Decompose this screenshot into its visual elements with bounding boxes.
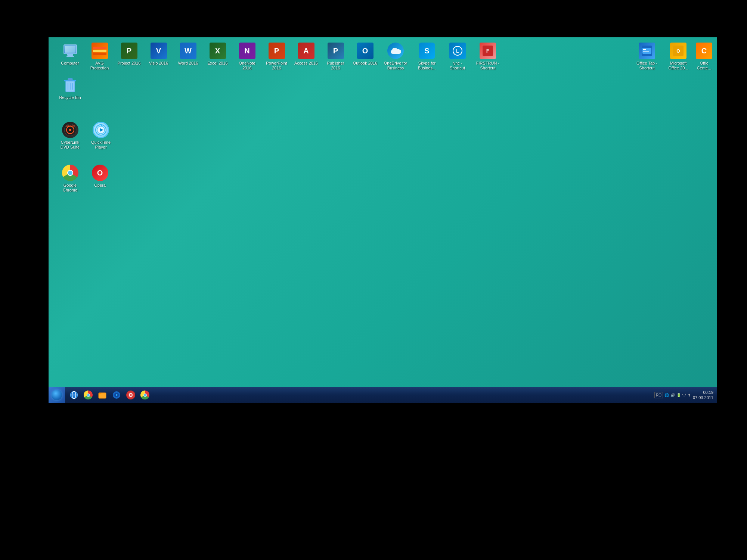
officecenter-label: Offic Cente...: [696, 61, 712, 71]
svg-rect-6: [643, 49, 646, 50]
taskbar-chrome-center: [87, 393, 90, 397]
tray-volume-icon[interactable]: 🔊: [670, 393, 675, 397]
avg-label: AVG Protection: [87, 61, 112, 71]
svg-text:O: O: [676, 49, 680, 54]
skype-icon-shape: S: [419, 43, 435, 59]
icon-outlook2016[interactable]: O Outlook 2016: [351, 40, 379, 72]
opera-label: Opera: [94, 183, 106, 188]
icon-onenote2016[interactable]: N OneNote 2016: [233, 40, 261, 72]
monitor-screen: [65, 46, 75, 53]
lync-svg: L: [452, 46, 463, 56]
icon-access2016[interactable]: A Access 2016: [292, 40, 320, 72]
icon-cyberlink[interactable]: CyberLink CyberLink DVD Suite: [56, 119, 84, 151]
onenote-label: OneNote 2016: [235, 61, 260, 71]
publisher-icon-img: P: [327, 42, 345, 60]
svg-text:F: F: [486, 48, 490, 54]
icon-visio2016[interactable]: V Visio 2016: [145, 40, 173, 72]
taskbar-opera-icon[interactable]: O: [124, 388, 137, 402]
icon-lync[interactable]: L lync - Shortcut: [443, 40, 471, 72]
avg-bars: [92, 43, 108, 59]
icon-publisher2016[interactable]: P Publisher 2016: [322, 40, 350, 72]
start-button[interactable]: [49, 387, 65, 403]
icon-avg[interactable]: AVG Protection: [86, 40, 114, 72]
officetab-label: Office Tab - Shortcut: [633, 61, 660, 71]
firstrun-svg: F: [483, 46, 493, 56]
cyberlink-svg: CyberLink: [63, 123, 77, 137]
excel-icon-shape: X: [210, 43, 226, 59]
taskbar: O RO 🌐 🔊 🔋 🛡 ⬆ 00:19 07.03.2011: [49, 387, 717, 403]
onedrive-icon-img: [387, 42, 405, 60]
icon-project2016[interactable]: P Project 2016: [115, 40, 143, 72]
windows-orb: [52, 390, 62, 400]
skype-icon-img: S: [418, 42, 436, 60]
taskbar-media-icon[interactable]: [110, 388, 123, 402]
icon-onedrive[interactable]: OneDrive for Business: [381, 40, 410, 72]
recycle-bin-shape: [62, 77, 78, 93]
msoffice-icon-shape: O: [670, 43, 686, 59]
tray-shield-icon: 🛡: [682, 393, 686, 397]
top-icons-row: Computer AVG Protection: [56, 40, 503, 72]
taskbar-explorer-icon[interactable]: [96, 388, 109, 402]
svg-point-18: [69, 129, 71, 131]
officecenter-icon-img: C: [695, 42, 713, 60]
word-icon-shape: W: [180, 43, 196, 59]
chrome-icon-img: [61, 164, 79, 182]
system-tray: RO 🌐 🔊 🔋 🛡 ⬆: [654, 392, 691, 398]
excel-icon-img: X: [209, 42, 227, 60]
quicktime-svg: [95, 124, 107, 136]
explorer-icon-svg: [98, 391, 107, 399]
clock-date: 07.03.2011: [693, 395, 713, 400]
icon-computer[interactable]: Computer: [56, 40, 84, 72]
firstrun-icon-img: F: [479, 42, 497, 60]
icon-opera[interactable]: O Opera: [86, 162, 114, 189]
taskbar-chrome-ring: [84, 391, 93, 399]
taskbar-ie-icon[interactable]: [67, 388, 81, 402]
icon-officecenter[interactable]: C Offic Cente...: [695, 40, 713, 72]
svg-text:CyberLink: CyberLink: [65, 125, 75, 127]
access-icon-img: A: [297, 42, 315, 60]
cyberlink-icon-shape: CyberLink: [62, 122, 78, 138]
taskbar-chrome-icon[interactable]: [81, 388, 95, 402]
msoffice-icon-img: O: [669, 42, 687, 60]
icon-powerpoint2016[interactable]: P PowerPoint 2016: [263, 40, 291, 72]
firstrun-label: FIRSTRUN - Shortcut: [474, 61, 501, 71]
desktop-icons-area: Computer AVG Protection: [49, 37, 717, 387]
right-icons-row: Office Tab - Shortcut O Microsoft Office…: [632, 40, 713, 72]
icon-word2016[interactable]: W Word 2016: [174, 40, 202, 72]
icon-recycle-bin[interactable]: Recycle Bin: [56, 75, 84, 102]
icon-firstrun[interactable]: F FIRSTRUN - Shortcut: [473, 40, 503, 72]
outlook-icon-img: O: [356, 42, 374, 60]
lync-label: lync - Shortcut: [445, 61, 470, 71]
access-icon-shape: A: [298, 43, 314, 59]
chrome-ring-shape: [62, 165, 78, 181]
opera-icon-shape: O: [92, 165, 108, 181]
icon-skype[interactable]: S Skype for Busines...: [412, 40, 442, 72]
icon-excel2016[interactable]: X Excel 2016: [204, 40, 232, 72]
icon-officetab[interactable]: Office Tab - Shortcut: [632, 40, 662, 72]
taskbar-chrome2-ring: [140, 391, 149, 399]
cyberlink-icon-img: CyberLink: [61, 121, 79, 139]
computer-label: Computer: [61, 61, 79, 66]
powerpoint-icon-shape: P: [269, 43, 285, 59]
tray-battery-icon: 🔋: [676, 393, 681, 397]
excel-label: Excel 2016: [207, 61, 227, 66]
access-label: Access 2016: [294, 61, 318, 66]
clock-display[interactable]: 00:19 07.03.2011: [693, 390, 713, 401]
avg-bar2: [93, 50, 106, 52]
desktop: Computer AVG Protection: [49, 37, 717, 403]
icon-quicktime[interactable]: QuickTime Player: [86, 119, 116, 151]
quicktime-icon-shape: [93, 122, 109, 138]
tray-lang[interactable]: RO: [654, 392, 663, 398]
taskbar-chrome2-icon[interactable]: [138, 388, 152, 402]
visio-label: Visio 2016: [149, 61, 168, 66]
taskbar-opera-shape: O: [126, 391, 135, 399]
svg-rect-12: [68, 78, 72, 81]
icon-chrome[interactable]: Google Chrome: [56, 162, 84, 194]
chrome-center-shape: [67, 170, 73, 176]
onenote-icon-img: N: [238, 42, 256, 60]
powerpoint-icon-img: P: [268, 42, 286, 60]
onedrive-cloud-svg: [390, 47, 401, 55]
svg-text:L: L: [456, 49, 459, 54]
officetab-icon-shape: [639, 43, 655, 59]
icon-msoffice[interactable]: O Microsoft Office 20...: [663, 40, 693, 72]
